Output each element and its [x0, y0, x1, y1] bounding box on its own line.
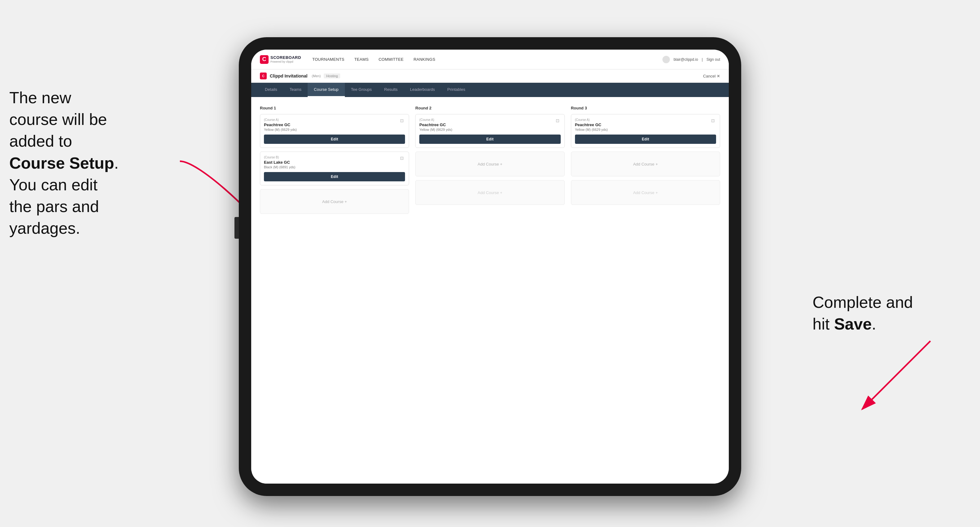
round-1-course-a-edit-button[interactable]: Edit — [264, 135, 405, 144]
round-3-course-a-info: Yellow (M) (6629 yds) — [575, 128, 716, 132]
nav-logo: C SCOREBOARD Powered by clippd — [260, 55, 301, 64]
round-1-course-b-tag: (Course B) — [264, 156, 405, 159]
arrow-right — [850, 335, 937, 415]
round-1-label: Round 1 — [260, 106, 409, 110]
nav-separator: | — [702, 57, 703, 62]
round-2-label: Round 2 — [415, 106, 565, 110]
nav-committee[interactable]: COMMITTEE — [379, 57, 404, 62]
round-2-course-a-info: Yellow (M) (6629 yds) — [419, 128, 560, 132]
sign-out-link[interactable]: Sign out — [706, 57, 720, 62]
round-2-add-course-2-label: Add Course + — [477, 190, 503, 195]
round-1-course-a-name: Peachtree GC — [264, 122, 405, 127]
round-2-add-course-button[interactable]: Add Course + — [415, 152, 565, 176]
tablet-side-button — [234, 217, 239, 239]
round-1-course-a-delete-icon[interactable]: ⊡ — [399, 117, 405, 124]
round-1-course-a-card: ⊡ (Course A) Peachtree GC Yellow (M) (66… — [260, 114, 409, 148]
breadcrumb-logo: C — [260, 73, 267, 79]
round-2-course-a-card: ⊡ (Course A) Peachtree GC Yellow (M) (66… — [415, 114, 565, 148]
user-avatar — [662, 56, 670, 63]
user-email: blair@clippd.io — [674, 57, 698, 62]
round-1-course-b-info: Black (M) (6891 yds) — [264, 165, 405, 169]
round-2-course-a-name: Peachtree GC — [419, 122, 560, 127]
tab-teams[interactable]: Teams — [283, 83, 308, 97]
logo-scoreboard: SCOREBOARD — [270, 56, 301, 60]
round-3-course-a-edit-button[interactable]: Edit — [575, 135, 716, 144]
round-1-course-a-tag: (Course A) — [264, 118, 405, 122]
screen: C SCOREBOARD Powered by clippd TOURNAMEN… — [251, 49, 729, 484]
tab-details[interactable]: Details — [259, 83, 283, 97]
cancel-button[interactable]: Cancel ✕ — [703, 74, 720, 78]
tab-printables[interactable]: Printables — [441, 83, 471, 97]
annotation-bold-save: Save — [834, 315, 872, 333]
nav-right: blair@clippd.io | Sign out — [662, 56, 720, 63]
round-3-add-course-2-button: Add Course + — [571, 180, 720, 205]
round-1-course-b-card: ⊡ (Course B) East Lake GC Black (M) (689… — [260, 152, 409, 186]
rounds-container: Round 1 ⊡ (Course A) Peachtree GC Yellow… — [260, 106, 720, 217]
tab-tee-groups[interactable]: Tee Groups — [345, 83, 378, 97]
round-1-course-b-delete-icon[interactable]: ⊡ — [399, 155, 405, 161]
round-2-course-a-edit-button[interactable]: Edit — [419, 135, 560, 144]
nav-rankings[interactable]: RANKINGS — [414, 57, 435, 62]
tablet: C SCOREBOARD Powered by clippd TOURNAMEN… — [239, 37, 741, 496]
round-1-course-a-info: Yellow (M) (6629 yds) — [264, 128, 405, 132]
round-3-add-course-button[interactable]: Add Course + — [571, 152, 720, 176]
round-2-add-course-2-button: Add Course + — [415, 180, 565, 205]
nav-teams[interactable]: TEAMS — [354, 57, 368, 62]
nav-tournaments[interactable]: TOURNAMENTS — [312, 57, 344, 62]
annotation-left: The new course will be added to Course S… — [9, 87, 189, 239]
sub-header: C Clippd Invitational (Men) Hosting Canc… — [251, 70, 729, 83]
tournament-title[interactable]: Clippd Invitational — [270, 73, 307, 78]
breadcrumb: C Clippd Invitational (Men) Hosting — [260, 73, 340, 79]
round-2-course-a-tag: (Course A) — [419, 118, 560, 122]
tab-course-setup[interactable]: Course Setup — [308, 83, 345, 97]
round-2-course-a-delete-icon[interactable]: ⊡ — [555, 117, 561, 124]
top-navbar: C SCOREBOARD Powered by clippd TOURNAMEN… — [251, 49, 729, 70]
round-1-add-course-button[interactable]: Add Course + — [260, 189, 409, 214]
round-1-course-b-name: East Lake GC — [264, 160, 405, 165]
round-3-label: Round 3 — [571, 106, 720, 110]
logo-icon: C — [260, 55, 269, 64]
annotation-right: Complete and hit Save. — [813, 291, 961, 335]
main-content: Round 1 ⊡ (Course A) Peachtree GC Yellow… — [251, 97, 729, 484]
round-3-course-a-tag: (Course A) — [575, 118, 716, 122]
round-3-course-a-card: ⊡ (Course A) Peachtree GC Yellow (M) (66… — [571, 114, 720, 148]
round-3-column: Round 3 ⊡ (Course A) Peachtree GC Yellow… — [571, 106, 720, 217]
round-3-course-a-delete-icon[interactable]: ⊡ — [710, 117, 716, 124]
logo-sub: Powered by clippd — [270, 60, 301, 63]
round-2-column: Round 2 ⊡ (Course A) Peachtree GC Yellow… — [415, 106, 565, 217]
round-3-course-a-name: Peachtree GC — [575, 122, 716, 127]
tab-leaderboards[interactable]: Leaderboards — [404, 83, 441, 97]
round-3-add-course-label: Add Course + — [633, 162, 658, 167]
round-1-column: Round 1 ⊡ (Course A) Peachtree GC Yellow… — [260, 106, 409, 217]
round-1-course-b-edit-button[interactable]: Edit — [264, 172, 405, 181]
nav-links: TOURNAMENTS TEAMS COMMITTEE RANKINGS — [312, 57, 662, 62]
tab-results[interactable]: Results — [378, 83, 404, 97]
round-3-add-course-2-label: Add Course + — [633, 190, 658, 195]
round-2-add-course-label: Add Course + — [477, 162, 503, 167]
tab-bar: Details Teams Course Setup Tee Groups Re… — [251, 83, 729, 97]
round-1-add-course-label: Add Course + — [322, 199, 347, 204]
gender-badge: (Men) — [312, 74, 321, 78]
annotation-bold-course-setup: Course Setup — [9, 154, 114, 172]
hosting-badge: Hosting — [324, 73, 340, 78]
